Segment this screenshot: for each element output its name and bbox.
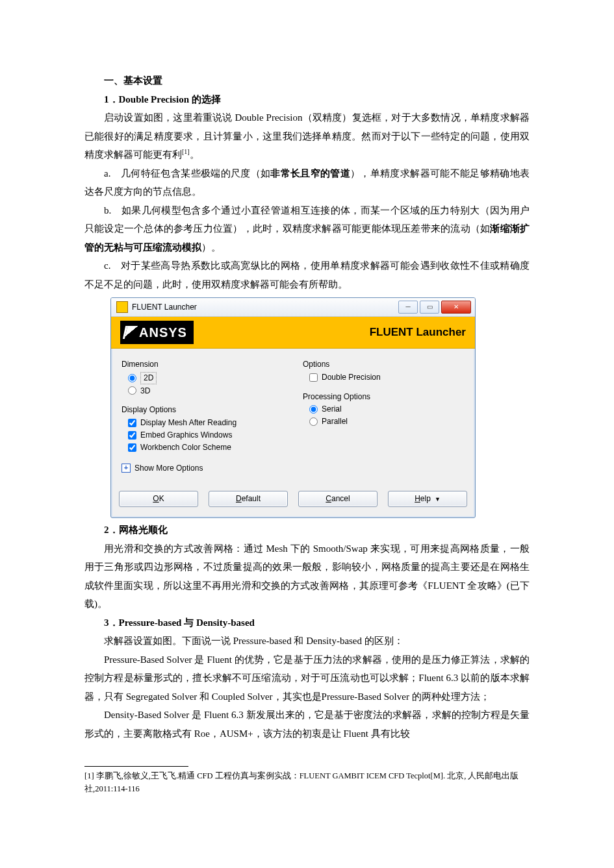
cancel-button[interactable]: Cancel bbox=[298, 491, 377, 507]
default-mnemonic: D bbox=[236, 494, 242, 503]
chevron-down-icon: ▼ bbox=[435, 496, 441, 502]
cancel-mnemonic: C bbox=[326, 494, 331, 503]
radio-3d[interactable] bbox=[128, 386, 136, 395]
titlebar: FLUENT Launcher ─ ▭ ✕ bbox=[111, 298, 475, 317]
show-more-label: Show More Options bbox=[134, 463, 203, 474]
footnote-separator bbox=[84, 766, 188, 767]
checkbox-display-mesh[interactable] bbox=[128, 419, 136, 427]
dimension-label: Dimension bbox=[122, 359, 283, 370]
checkbox-double-precision[interactable] bbox=[309, 373, 318, 382]
radio-parallel[interactable] bbox=[309, 417, 318, 426]
options-label: Options bbox=[303, 359, 465, 370]
checkbox-embed-graphics[interactable] bbox=[128, 431, 136, 440]
radio-serial[interactable] bbox=[309, 405, 318, 414]
logo-text: ANSYS bbox=[139, 323, 187, 341]
close-button[interactable]: ✕ bbox=[441, 301, 471, 314]
ok-mnemonic: O bbox=[153, 494, 159, 503]
help-mnemonic: H bbox=[415, 494, 420, 503]
footnote-ref: [1] bbox=[182, 148, 190, 155]
checkbox-double-precision-label: Double Precision bbox=[322, 372, 381, 383]
paragraph-b: b. 如果几何模型包含多个通过小直径管道相互连接的体，而某一个区域的压力特别大（… bbox=[84, 201, 530, 257]
subheading-2: 2．网格光顺化 bbox=[84, 521, 530, 539]
help-button[interactable]: Help▼ bbox=[388, 491, 467, 507]
subheading-3: 3．Pressure-based 与 Density-based bbox=[84, 614, 530, 632]
text: b. 如果几何模型包含多个通过小直径管道相互连接的体，而某一个区域的压力特别大（… bbox=[84, 205, 530, 234]
radio-parallel-label: Parallel bbox=[322, 416, 348, 427]
ok-rest: K bbox=[159, 494, 164, 503]
banner: ANSYS FLUENT Launcher bbox=[111, 317, 475, 349]
ok-button[interactable]: OK bbox=[119, 491, 198, 507]
checkbox-embed-graphics-label: Embed Graphics Windows bbox=[140, 430, 232, 441]
ansys-swoosh-icon bbox=[123, 326, 138, 339]
text: 启动设置如图，这里着重说说 Double Precision（双精度）复选框，对… bbox=[84, 112, 530, 160]
radio-2d[interactable] bbox=[128, 374, 136, 382]
paragraph: 启动设置如图，这里着重说说 Double Precision（双精度）复选框，对… bbox=[84, 108, 530, 164]
app-icon bbox=[116, 301, 128, 313]
minimize-button[interactable]: ─ bbox=[398, 301, 418, 314]
maximize-button[interactable]: ▭ bbox=[420, 301, 439, 314]
help-rest: elp bbox=[420, 494, 431, 503]
paragraph-c: c. 对于某些高导热系数比或高宽纵比的网格，使用单精度求解器可能会遇到收敛性不佳… bbox=[84, 256, 530, 293]
show-more-options[interactable]: + Show More Options bbox=[111, 459, 475, 479]
default-rest: efault bbox=[242, 494, 261, 503]
paragraph: Pressure-Based Solver 是 Fluent 的优势，它是基于压… bbox=[84, 651, 530, 706]
radio-3d-label: 3D bbox=[140, 386, 150, 397]
checkbox-display-mesh-label: Display Mesh After Reading bbox=[140, 417, 237, 428]
fluent-launcher-window: FLUENT Launcher ─ ▭ ✕ ANSYS FLUENT Launc… bbox=[110, 297, 476, 518]
display-options-label: Display Options bbox=[122, 404, 283, 415]
footnote: [1] 李鹏飞,徐敏义,王飞飞.精通 CFD 工程仿真与案例实战：FLUENT … bbox=[84, 769, 530, 795]
processing-options-label: Processing Options bbox=[303, 391, 465, 403]
subheading-1: 1．Double Precision 的选择 bbox=[84, 90, 530, 109]
paragraph: 用光滑和交换的方式改善网格：通过 Mesh 下的 Smooth/Swap 来实现… bbox=[84, 539, 530, 614]
paragraph: Density-Based Solver 是 Fluent 6.3 新发展出来的… bbox=[84, 706, 530, 743]
banner-title: FLUENT Launcher bbox=[370, 325, 466, 340]
text: 。 bbox=[190, 149, 199, 160]
checkbox-workbench-color-label: Workbench Color Scheme bbox=[140, 442, 231, 453]
default-button[interactable]: Default bbox=[209, 491, 288, 507]
bold-text: 非常长且窄的管道 bbox=[270, 168, 350, 179]
section-heading-1: 一、基本设置 bbox=[84, 71, 530, 90]
plus-icon: + bbox=[122, 464, 131, 473]
checkbox-workbench-color[interactable] bbox=[128, 443, 136, 452]
text: a. 几何特征包含某些极端的尺度（如 bbox=[104, 168, 270, 179]
window-title: FLUENT Launcher bbox=[132, 302, 197, 313]
radio-2d-label: 2D bbox=[140, 372, 157, 384]
text: ）。 bbox=[201, 242, 221, 253]
paragraph-a: a. 几何特征包含某些极端的尺度（如非常长且窄的管道），单精度求解器可能不能足够… bbox=[84, 164, 530, 201]
paragraph: 求解器设置如图。下面说一说 Pressure-based 和 Density-b… bbox=[84, 632, 530, 651]
cancel-rest: ancel bbox=[331, 494, 350, 503]
radio-serial-label: Serial bbox=[322, 404, 342, 415]
ansys-logo: ANSYS bbox=[120, 321, 194, 344]
